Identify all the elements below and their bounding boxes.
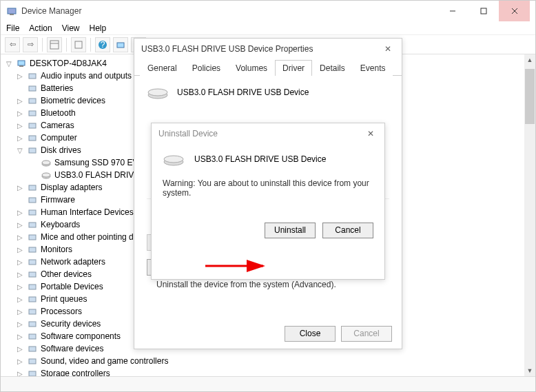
device-category-icon [27,231,38,243]
svg-rect-39 [29,334,36,339]
device-category-icon [27,244,38,255]
device-category-icon [27,256,38,267]
svg-rect-32 [29,247,36,252]
svg-point-24 [42,161,50,165]
svg-rect-19 [29,111,36,116]
tab-driver[interactable]: Driver [275,60,312,76]
svg-rect-11 [117,43,124,48]
svg-point-46 [164,156,183,163]
forward-button[interactable]: ⇨ [23,37,38,52]
device-category-icon [27,355,38,367]
svg-rect-35 [29,285,36,289]
device-category-icon [27,83,38,94]
uninstall-confirm-dialog: Uninstall Device ✕ USB3.0 FLASH DRIVE US… [151,123,385,280]
svg-rect-37 [29,309,36,314]
menu-action[interactable]: Action [29,23,52,33]
device-category-icon [27,293,38,305]
dialog-title: USB3.0 FLASH DRIVE USB Device Properties [141,44,313,54]
titlebar: Device Manager [1,1,535,21]
cancel-button[interactable]: Cancel [322,223,373,238]
computer-icon [16,58,27,69]
svg-rect-3 [481,8,486,14]
statusbar [1,376,535,391]
dialog-close-icon[interactable]: ✕ [381,42,395,56]
tab-events[interactable]: Events [353,60,393,76]
disk-icon [41,157,52,168]
help-icon[interactable]: ? [95,37,110,52]
dialog-footer: Close Cancel [285,326,392,342]
tree-item[interactable]: ▷Storage controllers [1,367,535,376]
window-controls [437,1,530,21]
svg-rect-40 [29,347,36,351]
svg-point-26 [42,173,50,177]
tab-policies[interactable]: Policies [185,60,228,76]
menubar: File Action View Help [1,21,535,35]
menu-file[interactable]: File [6,23,19,33]
window-title: Device Manager [21,6,437,16]
tab-volumes[interactable]: Volumes [228,60,275,76]
svg-rect-36 [29,297,36,302]
device-category-icon [27,331,38,342]
drive-icon [163,152,185,166]
minimize-button[interactable] [437,1,468,21]
dialog-titlebar[interactable]: USB3.0 FLASH DRIVE USB Device Properties… [134,39,402,59]
device-category-icon [27,145,38,156]
device-name: USB3.0 FLASH DRIVE USB Device [177,87,309,97]
toolbar-btn-2[interactable] [71,37,86,52]
uninstall-button[interactable]: Uninstall [265,223,316,238]
device-category-icon [27,343,38,354]
maximize-button[interactable] [468,1,499,21]
svg-rect-41 [29,359,36,364]
svg-rect-17 [29,86,36,91]
device-category-icon [27,70,38,81]
device-category-icon [27,182,38,193]
toolbar-btn-3[interactable] [113,37,128,52]
device-category-icon [27,306,38,317]
device-category-icon [27,318,38,329]
warning-text: Warning: You are about to uninstall this… [163,178,373,198]
device-category-icon [27,368,38,376]
tab-general[interactable]: General [140,60,185,76]
device-category-icon [27,281,38,292]
device-category-icon [27,219,38,230]
scrollbar[interactable]: ▲ ▼ [524,54,535,376]
svg-rect-31 [29,235,36,240]
svg-rect-18 [29,99,36,103]
svg-rect-29 [29,210,36,215]
cancel-button: Cancel [341,326,392,342]
tree-item[interactable]: ▷Sound, video and game controllers [1,355,535,367]
close-button[interactable] [499,1,530,21]
svg-rect-14 [18,61,25,65]
toolbar-btn-1[interactable] [47,37,62,52]
device-category-icon [27,132,38,143]
confirm-titlebar[interactable]: Uninstall Device ✕ [152,123,384,144]
scroll-up-icon[interactable]: ▲ [524,54,535,65]
svg-text:?: ? [101,40,105,50]
svg-rect-30 [29,223,36,227]
tab-details[interactable]: Details [312,60,353,76]
scroll-thumb[interactable] [525,69,535,124]
menu-view[interactable]: View [62,23,80,33]
drive-icon [147,85,169,99]
device-category-icon [27,207,38,218]
confirm-close-icon[interactable]: ✕ [364,127,378,141]
svg-rect-20 [29,123,36,128]
svg-rect-42 [29,371,36,376]
svg-rect-33 [29,260,36,265]
svg-rect-16 [29,74,36,79]
menu-help[interactable]: Help [90,23,107,33]
confirm-device-name: USB3.0 FLASH DRIVE USB Device [194,154,326,164]
back-button[interactable]: ⇦ [5,37,20,52]
svg-rect-0 [8,8,16,14]
svg-rect-34 [29,272,36,277]
confirm-title: Uninstall Device [158,129,218,138]
svg-rect-15 [19,65,23,67]
uninstall-desc: Uninstall the device from the system (Ad… [156,280,336,289]
separator [42,38,43,52]
svg-rect-21 [29,136,36,141]
app-icon [6,6,17,17]
svg-rect-27 [29,185,36,190]
svg-point-44 [148,89,167,96]
scroll-down-icon[interactable]: ▼ [524,365,535,376]
close-button[interactable]: Close [285,326,336,342]
